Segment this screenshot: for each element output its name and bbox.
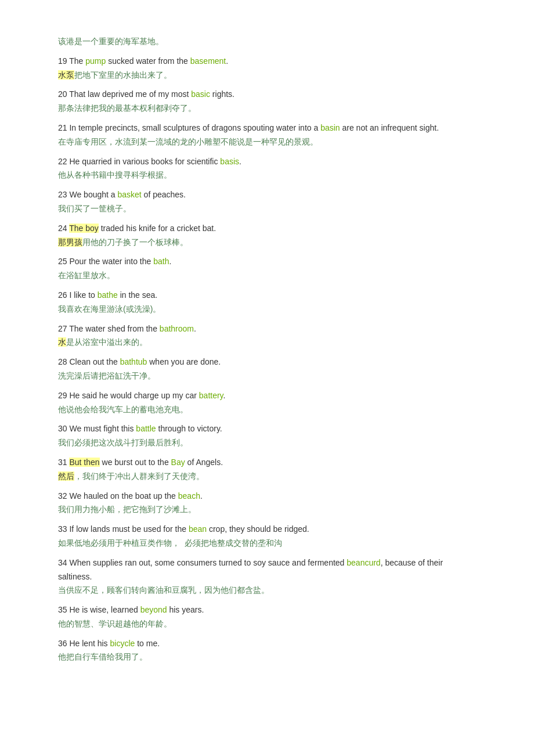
entry-21: 21 In temple precincts, small sculptures… [58, 121, 476, 149]
zh-21: 在寺庙专用区，水流到某一流域的龙的小雕塑不能说是一种罕见的景观。 [58, 135, 476, 149]
zh-30: 我们必须把这次战斗打到最后胜利。 [58, 436, 476, 450]
zh-22: 他从各种书籍中搜寻科学根据。 [58, 168, 476, 182]
word-battery: battery [199, 391, 223, 400]
zh-highlight-19: 水泵 [58, 70, 74, 80]
zh-highlight-24: 那男孩 [58, 237, 82, 247]
highlight-but-then: But then [69, 458, 99, 467]
intro-zh: 该港是一个重要的海军基地。 [58, 35, 476, 49]
word-battle: battle [136, 424, 156, 433]
zh-34: 当供应不足，顾客们转向酱油和豆腐乳，因为他们都含盐。 [58, 584, 476, 597]
word-bathe: bathe [98, 290, 118, 300]
entry-26: 26 I like to bathe in the sea. 我喜欢在海里游泳(… [58, 289, 476, 316]
zh-24: 那男孩用他的刀子换了一个板球棒。 [58, 236, 476, 250]
entry-27: 27 The water shed from the bathroom. 水是从… [58, 322, 476, 350]
en-33: 33 If low lands must be used for the bea… [58, 523, 476, 537]
en-36: 36 He lent his bicycle to me. [58, 637, 476, 651]
word-beancurd: beancurd [347, 558, 380, 567]
en-21: 21 In temple precincts, small sculptures… [58, 121, 476, 135]
entry-23: 23 We bought a basket of peaches. 我们买了一筐… [58, 188, 476, 216]
word-bathtub: bathtub [120, 357, 147, 366]
zh-32: 我们用力拖小船，把它拖到了沙滩上。 [58, 503, 476, 517]
en-30: 30 We must fight this battle through to … [58, 422, 476, 436]
entry-28: 28 Clean out the bathtub when you are do… [58, 355, 476, 383]
entry-33: 33 If low lands must be used for the bea… [58, 523, 476, 550]
en-28: 28 Clean out the bathtub when you are do… [58, 355, 476, 369]
word-basin: basin [320, 123, 340, 132]
word-bicycle: bicycle [110, 639, 135, 648]
word-beach: beach [178, 491, 200, 501]
entry-29: 29 He said he would charge up my car bat… [58, 389, 476, 417]
zh-33: 如果低地必须用于种植豆类作物， 必须把地整成交替的垄和沟 [58, 537, 476, 550]
zh-highlight-27: 水 [58, 337, 66, 347]
zh-23: 我们买了一筐桃子。 [58, 202, 476, 216]
zh-29: 他说他会给我汽车上的蓄电池充电。 [58, 403, 476, 417]
entry-19: 19 The pump sucked water from the baseme… [58, 55, 476, 82]
en-23: 23 We bought a basket of peaches. [58, 188, 476, 202]
en-25: 25 Pour the water into the bath. [58, 255, 476, 269]
en-27: 27 The water shed from the bathroom. [58, 322, 476, 336]
entry-20: 20 That law deprived me of my most basic… [58, 88, 476, 116]
zh-31: 然后，我们终于冲出人群来到了天使湾。 [58, 470, 476, 484]
zh-26: 我喜欢在海里游泳(或洗澡)。 [58, 303, 476, 316]
word-basis: basis [220, 157, 239, 166]
word-bean: bean [189, 524, 207, 534]
highlight-the-boy: The boy [69, 224, 99, 233]
en-26: 26 I like to bathe in the sea. [58, 289, 476, 303]
entry-32: 32 We hauled on the boat up the beach. 我… [58, 489, 476, 517]
zh-35: 他的智慧、学识超越他的年龄。 [58, 617, 476, 631]
entry-24: 24 The boy traded his knife for a cricke… [58, 222, 476, 250]
entry-35: 35 He is wise, learned beyond his years.… [58, 603, 476, 631]
word-beyond: beyond [140, 605, 167, 614]
word-basket: basket [117, 190, 141, 199]
en-20: 20 That law deprived me of my most basic… [58, 88, 476, 102]
en-19: 19 The pump sucked water from the baseme… [58, 55, 476, 69]
entry-25: 25 Pour the water into the bath. 在浴缸里放水。 [58, 255, 476, 283]
content-area: 该港是一个重要的海军基地。 19 The pump sucked water f… [58, 35, 476, 664]
entry-31: 31 But then we burst out to the Bay of A… [58, 456, 476, 484]
zh-25: 在浴缸里放水。 [58, 269, 476, 283]
word-basic: basic [191, 89, 210, 99]
en-34: 34 When supplies ran out, some consumers… [58, 556, 476, 584]
zh-19: 水泵把地下室里的水抽出来了。 [58, 69, 476, 82]
word-basement: basement [190, 56, 226, 66]
en-29: 29 He said he would charge up my car bat… [58, 389, 476, 403]
en-24: 24 The boy traded his knife for a cricke… [58, 222, 476, 236]
word-pump: pump [85, 56, 106, 66]
zh-28: 洗完澡后请把浴缸洗干净。 [58, 369, 476, 383]
en-35: 35 He is wise, learned beyond his years. [58, 603, 476, 617]
zh-27: 水是从浴室中溢出来的。 [58, 336, 476, 350]
word-bathroom: bathroom [160, 324, 194, 333]
entry-30: 30 We must fight this battle through to … [58, 422, 476, 450]
en-22: 22 He quarried in various books for scie… [58, 155, 476, 169]
word-bath: bath [153, 257, 169, 266]
zh-20: 那条法律把我的最基本权利都剥夺了。 [58, 102, 476, 116]
en-31: 31 But then we burst out to the Bay of A… [58, 456, 476, 470]
word-bay: Bay [171, 458, 185, 467]
zh-36: 他把自行车借给我用了。 [58, 650, 476, 664]
entry-34: 34 When supplies ran out, some consumers… [58, 556, 476, 597]
entry-22: 22 He quarried in various books for scie… [58, 155, 476, 183]
en-32: 32 We hauled on the boat up the beach. [58, 489, 476, 503]
zh-highlight-31: 然后 [58, 471, 74, 481]
entry-36: 36 He lent his bicycle to me. 他把自行车借给我用了… [58, 637, 476, 665]
